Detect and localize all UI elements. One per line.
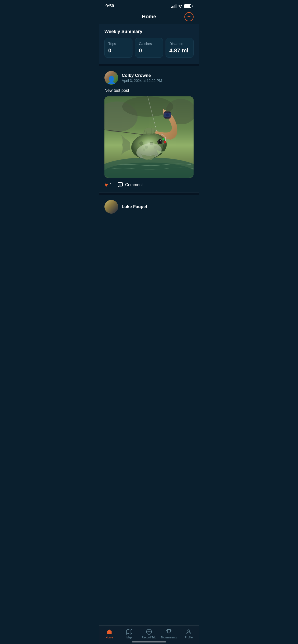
status-icons (171, 4, 193, 8)
svg-point-14 (139, 141, 143, 145)
summary-cards: Trips 0 Catches 0 Distance 4.87 mi (104, 38, 194, 58)
record-trip-icon (146, 629, 152, 635)
post-card: Colby Crowne April 3, 2024 at 12:22 PM N… (99, 66, 199, 193)
svg-rect-10 (165, 111, 170, 112)
wifi-icon (178, 4, 183, 8)
nav-item-profile[interactable]: Profile (179, 629, 199, 639)
comment-icon (117, 182, 123, 188)
status-time: 9:50 (105, 4, 114, 9)
battery-icon (184, 4, 193, 8)
home-indicator (132, 641, 166, 642)
post-user-info: Colby Crowne April 3, 2024 at 12:22 PM (122, 73, 162, 83)
post-user-info-partial: Luke Faupel (122, 204, 147, 209)
nav-label-record-trip: Record Trip (142, 636, 156, 639)
svg-point-30 (162, 138, 165, 140)
svg-point-29 (164, 141, 166, 143)
post-username: Colby Crowne (122, 73, 162, 78)
trips-value: 0 (108, 47, 129, 54)
post-date: April 3, 2024 at 12:22 PM (122, 79, 162, 83)
distance-card: Distance 4.87 mi (166, 38, 194, 58)
svg-rect-11 (165, 118, 170, 119)
nav-label-map: Map (126, 636, 132, 639)
nav-item-record-trip[interactable]: Record Trip (139, 629, 159, 639)
post-username-partial: Luke Faupel (122, 204, 147, 209)
svg-point-23 (160, 140, 161, 141)
map-icon (126, 629, 132, 635)
signal-icon (171, 4, 177, 8)
comment-button[interactable]: Comment (117, 182, 143, 188)
status-bar: 9:50 (99, 0, 199, 11)
comment-label: Comment (125, 183, 143, 187)
plus-icon: + (187, 14, 191, 19)
post-card-partial: Luke Faupel (99, 195, 199, 216)
like-count: 1 (110, 183, 112, 187)
add-button[interactable]: + (184, 12, 194, 21)
heart-icon: ♥ (104, 181, 108, 188)
home-icon (106, 629, 112, 635)
distance-value: 4.87 mi (169, 47, 190, 54)
post-header: Colby Crowne April 3, 2024 at 12:22 PM (104, 71, 194, 85)
profile-icon (186, 629, 192, 635)
post-actions: ♥ 1 Comment (104, 178, 194, 193)
nav-label-home: Home (105, 636, 113, 639)
trips-card: Trips 0 (104, 38, 132, 58)
page-title: Home (142, 14, 156, 20)
nav-label-profile: Profile (185, 636, 193, 639)
fish-scene (104, 96, 194, 178)
post-text: New test post (104, 88, 194, 93)
trips-label: Trips (108, 42, 129, 46)
header: Home + (99, 11, 199, 24)
tournaments-icon (166, 629, 172, 635)
catches-value: 0 (139, 47, 159, 54)
like-button[interactable]: ♥ 1 (104, 181, 112, 188)
post-separator (99, 193, 199, 195)
svg-point-43 (188, 630, 190, 632)
svg-marker-33 (126, 629, 132, 634)
nav-item-map[interactable]: Map (119, 629, 139, 639)
nav-item-home[interactable]: Home (99, 629, 119, 639)
catches-card: Catches 0 (135, 38, 163, 58)
post-image (104, 96, 194, 178)
nav-item-tournaments[interactable]: Tournaments (159, 629, 179, 639)
avatar-luke (104, 200, 118, 214)
distance-label: Distance (169, 42, 190, 46)
catches-label: Catches (139, 42, 159, 46)
nav-label-tournaments: Tournaments (161, 636, 177, 639)
avatar (104, 71, 118, 85)
section-separator (99, 64, 199, 66)
svg-point-9 (166, 113, 169, 116)
weekly-summary-section: Weekly Summary Trips 0 Catches 0 Distanc… (99, 24, 199, 64)
weekly-summary-title: Weekly Summary (104, 29, 194, 34)
content-area: Weekly Summary Trips 0 Catches 0 Distanc… (99, 24, 199, 242)
